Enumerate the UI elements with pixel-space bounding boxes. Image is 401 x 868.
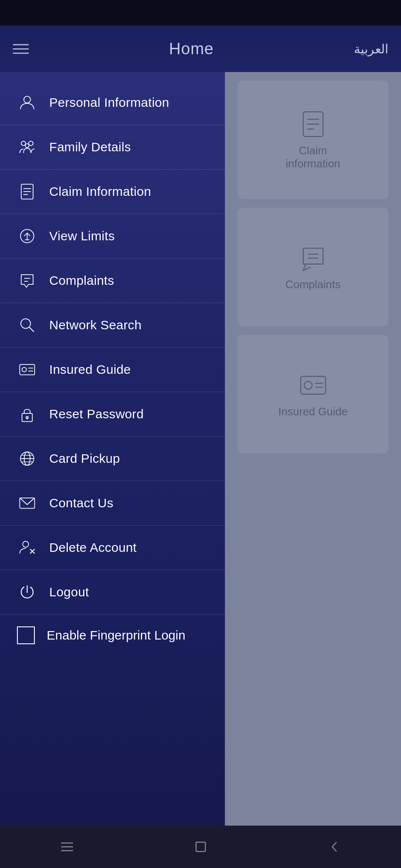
id-card-icon (17, 359, 37, 380)
svg-point-13 (25, 144, 29, 147)
svg-point-38 (23, 541, 29, 547)
sidebar-item-label: Card Pickup (49, 451, 120, 466)
svg-line-23 (29, 327, 34, 332)
nav-back-button[interactable] (326, 839, 342, 855)
app-header: Home العربية (0, 25, 401, 72)
svg-point-12 (29, 141, 34, 146)
sidebar-item-label: Complaints (49, 273, 114, 288)
sidebar-item-insured-guide[interactable]: Insured Guide (0, 348, 225, 392)
main-content: Claiminformation Complaints Insured Guid… (0, 72, 401, 826)
power-icon (17, 582, 37, 602)
language-button[interactable]: العربية (354, 42, 388, 56)
hand-icon (17, 226, 37, 246)
sidebar-item-label: Insured Guide (49, 362, 131, 377)
sidebar-item-label: Family Details (49, 140, 131, 154)
sidebar-item-personal-information[interactable]: Personal Information (0, 81, 225, 125)
sidebar-item-label: Network Search (49, 318, 142, 332)
document-icon (17, 181, 37, 202)
sidebar-item-label: Reset Password (49, 407, 144, 421)
sidebar-item-fingerprint-login[interactable]: Enable Fingerprint Login (0, 615, 225, 656)
sidebar-item-label: Logout (49, 585, 89, 599)
search-icon (17, 315, 37, 335)
bottom-nav (0, 826, 401, 868)
nav-home-button[interactable] (193, 839, 209, 855)
sidebar-item-claim-information[interactable]: Claim Information (0, 170, 225, 214)
status-bar (0, 0, 401, 25)
header-title: Home (169, 40, 213, 58)
sidebar-item-delete-account[interactable]: Delete Account (0, 526, 225, 570)
svg-rect-45 (196, 842, 205, 851)
mail-icon (17, 493, 37, 513)
fingerprint-label: Enable Fingerprint Login (47, 628, 185, 643)
svg-point-25 (22, 367, 27, 372)
overlay (225, 72, 401, 826)
family-icon (17, 137, 37, 157)
sidebar-item-network-search[interactable]: Network Search (0, 303, 225, 348)
sidebar-item-logout[interactable]: Logout (0, 570, 225, 615)
svg-point-11 (21, 141, 26, 146)
hamburger-button[interactable] (13, 44, 29, 54)
sidebar-item-family-details[interactable]: Family Details (0, 125, 225, 170)
sidebar-item-label: Personal Information (49, 95, 169, 110)
sidebar-item-contact-us[interactable]: Contact Us (0, 481, 225, 526)
globe-icon (17, 448, 37, 469)
sidebar-item-label: Claim Information (49, 184, 151, 199)
sidebar-item-label: Contact Us (49, 496, 113, 510)
svg-point-22 (21, 319, 31, 328)
delete-person-icon (17, 537, 37, 558)
lock-icon (17, 404, 37, 424)
sidebar-drawer: Personal Information Family Details (0, 72, 225, 826)
sidebar-item-label: Delete Account (49, 540, 137, 555)
complaint-icon (17, 270, 37, 291)
sidebar-item-view-limits[interactable]: View Limits (0, 214, 225, 259)
fingerprint-checkbox[interactable] (17, 626, 35, 644)
nav-menu-button[interactable] (59, 839, 75, 855)
sidebar-item-label: View Limits (49, 229, 115, 243)
svg-point-10 (24, 96, 31, 103)
person-icon (17, 92, 37, 113)
sidebar-item-card-pickup[interactable]: Card Pickup (0, 437, 225, 481)
sidebar-item-complaints[interactable]: Complaints (0, 259, 225, 303)
sidebar-item-reset-password[interactable]: Reset Password (0, 392, 225, 437)
